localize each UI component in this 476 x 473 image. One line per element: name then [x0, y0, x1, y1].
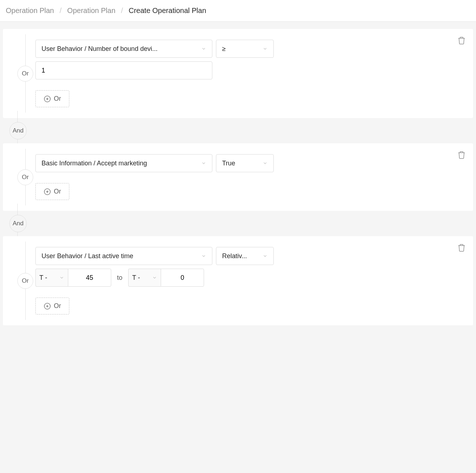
trash-icon — [457, 151, 466, 159]
attribute-select-text: User Behavior / Number of bound devi... — [42, 45, 201, 53]
and-badge: And — [9, 215, 27, 232]
attribute-select-text: Basic Information / Accept marketing — [42, 160, 201, 167]
plus-circle-icon — [44, 188, 51, 195]
attribute-select[interactable]: User Behavior / Last active time — [35, 247, 212, 265]
add-or-button[interactable]: Or — [35, 298, 69, 314]
range-from-type-text: T - — [39, 274, 59, 282]
chevron-down-icon — [263, 161, 268, 166]
operator-select-text: True — [222, 160, 263, 167]
range-to-input[interactable] — [161, 269, 204, 287]
add-or-label: Or — [54, 302, 61, 310]
chevron-down-icon — [201, 253, 206, 259]
add-or-label: Or — [54, 95, 61, 103]
and-connector: And — [3, 211, 473, 236]
attribute-select[interactable]: User Behavior / Number of bound devi... — [35, 40, 212, 58]
range-to-type-text: T - — [132, 274, 152, 282]
condition-group: Or User Behavior / Last active time Rela… — [3, 236, 473, 325]
and-badge: And — [9, 122, 27, 139]
range-from-input[interactable] — [68, 269, 111, 287]
condition-group: Or User Behavior / Number of bound devi.… — [3, 29, 473, 118]
chevron-down-icon — [201, 161, 206, 166]
breadcrumb-separator: / — [121, 6, 123, 14]
attribute-select-text: User Behavior / Last active time — [42, 252, 201, 260]
plus-circle-icon — [44, 303, 51, 310]
add-or-button[interactable]: Or — [35, 90, 69, 107]
chevron-down-icon — [201, 46, 206, 51]
range-to-type-select[interactable]: T - — [128, 269, 161, 287]
attribute-select[interactable]: Basic Information / Accept marketing — [35, 154, 212, 172]
delete-button[interactable] — [457, 36, 466, 45]
operator-select[interactable]: True — [216, 154, 274, 172]
operator-select[interactable]: Relativ... — [216, 247, 274, 265]
or-badge: Or — [17, 66, 33, 82]
add-or-button[interactable]: Or — [35, 183, 69, 200]
condition-group: Or Basic Information / Accept marketing … — [3, 143, 473, 211]
trash-icon — [457, 36, 466, 45]
range-from-type-select[interactable]: T - — [35, 269, 68, 287]
delete-button[interactable] — [457, 151, 466, 159]
breadcrumb-link-1[interactable]: Operation Plan — [6, 6, 54, 14]
or-badge: Or — [17, 169, 33, 185]
chevron-down-icon — [263, 253, 268, 259]
or-badge: Or — [17, 273, 33, 289]
chevron-down-icon — [263, 46, 268, 51]
trash-icon — [457, 243, 466, 252]
and-connector: And — [3, 118, 473, 143]
to-label: to — [115, 269, 125, 287]
breadcrumb-separator: / — [60, 6, 62, 14]
chevron-down-icon — [152, 275, 157, 280]
operator-select-text: ≥ — [222, 45, 263, 53]
delete-button[interactable] — [457, 243, 466, 252]
value-input[interactable] — [35, 61, 212, 79]
breadcrumb: Operation Plan / Operation Plan / Create… — [0, 0, 476, 22]
plus-circle-icon — [44, 95, 51, 103]
breadcrumb-link-2[interactable]: Operation Plan — [67, 6, 115, 14]
add-or-label: Or — [54, 188, 61, 195]
operator-select-text: Relativ... — [222, 252, 263, 260]
chevron-down-icon — [59, 275, 64, 280]
operator-select[interactable]: ≥ — [216, 40, 274, 58]
breadcrumb-current: Create Operational Plan — [129, 6, 206, 14]
